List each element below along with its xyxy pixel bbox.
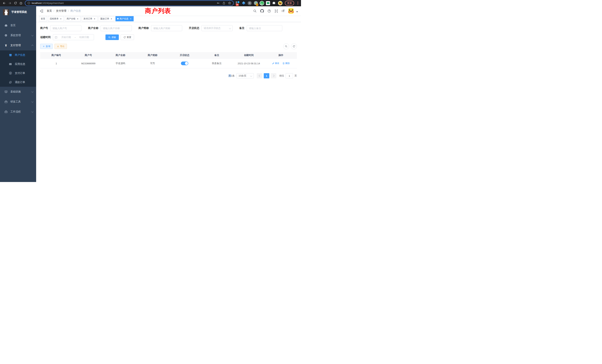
close-icon[interactable]: × — [110, 17, 113, 20]
search-icon[interactable] — [253, 9, 257, 13]
page-content: 商户号 商户全称 商户简称 开启状态 请选择开启状态 — [36, 22, 301, 182]
refresh-icon[interactable] — [291, 43, 297, 49]
search-button[interactable]: 搜索 — [106, 34, 119, 40]
font-size-icon[interactable]: TT — [281, 10, 285, 13]
status-toggle[interactable] — [181, 62, 188, 65]
close-icon[interactable]: × — [129, 17, 132, 20]
sidebar-logo[interactable]: 芋道管理系统 — [0, 6, 36, 18]
extensions-puzzle-icon[interactable] — [272, 1, 276, 5]
extension-chat-icon[interactable] — [266, 1, 270, 5]
field-label: 商户号 — [40, 26, 48, 30]
table-toolbar: 新增 导出 — [40, 43, 297, 49]
col-short-name: 商户简称 — [136, 52, 169, 59]
help-icon[interactable] — [268, 9, 271, 13]
browser-menu-icon[interactable] — [297, 2, 299, 4]
url-bar[interactable]: localhost:1024/pay/merchant — [25, 0, 234, 6]
pager: 1 — [257, 73, 276, 78]
tab-home[interactable]: 首页 — [39, 16, 47, 21]
prev-page-button[interactable] — [257, 73, 262, 78]
document-copy-icon — [9, 81, 12, 84]
merchant-no-input[interactable] — [50, 25, 81, 31]
tab-refund-order[interactable]: 退款订单 × — [99, 16, 114, 21]
close-icon[interactable]: × — [76, 17, 79, 20]
breadcrumb-home[interactable]: 首页 — [47, 9, 52, 13]
extension-y-icon[interactable]: y — [260, 1, 264, 5]
sidebar-item-label: 首页 — [10, 24, 16, 27]
date-range-picker[interactable]: 开始日期 - 结束日期 — [53, 34, 94, 40]
extension-gem-icon[interactable] — [241, 1, 246, 5]
tab-merchant-info[interactable]: 商户信息 × — [116, 16, 134, 21]
table-header-row: 商户编号 商户号 商户全称 商户简称 开启状态 备注 创建时间 操作 — [40, 52, 297, 59]
github-icon[interactable] — [260, 9, 264, 13]
export-button[interactable]: 导出 — [54, 44, 67, 49]
cell-short-name: 芋艿 — [136, 59, 169, 68]
sidebar-item-label: 退款订单 — [15, 81, 25, 84]
chevron-up-icon — [31, 45, 33, 47]
extension-command-icon[interactable]: ⌘ — [247, 1, 252, 5]
sidebar-item-home[interactable]: 首页 — [0, 20, 36, 30]
field-label: 商户简称 — [139, 26, 149, 30]
chevron-down-icon — [250, 75, 252, 77]
status-select[interactable]: 请选择开启状态 — [202, 25, 233, 31]
delete-button[interactable]: 删除 — [282, 62, 290, 65]
page-number-1[interactable]: 1 — [264, 73, 269, 78]
sidebar-item-merchant-info[interactable]: 商户信息 — [0, 50, 36, 60]
breadcrumb-payment[interactable]: 支付管理 — [56, 9, 66, 13]
remark-input[interactable] — [247, 25, 282, 31]
sidebar-item-app-info[interactable]: 应用信息 — [0, 60, 36, 69]
monitor-icon — [4, 90, 8, 93]
tab-label: 退款订单 — [100, 17, 109, 20]
avatar[interactable] — [288, 8, 294, 14]
tab-label: 用户分组 — [66, 17, 75, 20]
sidebar-item-label: 工作流程 — [10, 110, 21, 113]
reload-icon[interactable] — [13, 1, 18, 6]
sidebar-item-label: 应用信息 — [15, 63, 25, 66]
sidebar-item-dev-tools[interactable]: 研发工具 — [0, 97, 36, 107]
bookmark-star-icon[interactable] — [228, 1, 231, 5]
merchant-name-input[interactable] — [101, 25, 132, 31]
next-page-button[interactable] — [271, 73, 276, 78]
close-icon[interactable]: × — [60, 17, 62, 20]
page-size-select[interactable]: 10条/页 — [236, 73, 254, 78]
sidebar-item-refund-order[interactable]: 退款订单 — [0, 78, 36, 87]
sidebar-item-payment[interactable]: ¥ 支付管理 — [0, 40, 36, 50]
close-icon[interactable]: × — [93, 17, 96, 20]
site-info-icon[interactable] — [27, 2, 30, 4]
filter-remark: 备注 — [239, 25, 282, 31]
extensions-row: 10 ⌘ 1 y 更新 — [235, 1, 299, 6]
reset-button[interactable]: 重置 — [121, 34, 134, 40]
share-icon[interactable] — [222, 2, 225, 5]
grid-icon — [9, 63, 12, 66]
add-button[interactable]: 新增 — [40, 44, 53, 49]
sidebar-item-label: 支付管理 — [10, 44, 21, 47]
sidebar-item-pay-order[interactable]: 支付订单 — [0, 69, 36, 78]
fullscreen-icon[interactable] — [275, 9, 278, 13]
edit-button[interactable]: 修改 — [272, 62, 279, 65]
tab-pay-order[interactable]: 支付订单 × — [82, 16, 97, 21]
home-icon[interactable] — [19, 1, 23, 6]
active-dot — [117, 18, 119, 20]
sidebar-item-system[interactable]: 系统管理 — [0, 30, 36, 40]
extension-blob-icon[interactable]: 1 — [254, 1, 258, 5]
hide-search-icon[interactable] — [283, 43, 289, 49]
field-label: 创建时间 — [40, 36, 51, 39]
sidebar-item-infrastructure[interactable]: 基础设施 — [0, 87, 36, 97]
briefcase-icon — [4, 110, 8, 113]
sidebar-item-label: 商户信息 — [15, 53, 25, 57]
browser-update-button[interactable]: 更新 — [285, 1, 294, 6]
password-key-icon[interactable] — [217, 1, 220, 5]
tab-user-group[interactable]: 用户分组 × — [65, 16, 81, 21]
goto-page-input[interactable] — [286, 73, 293, 78]
extension-grid-icon[interactable]: 10 — [235, 1, 240, 5]
sidebar-item-workflow[interactable]: 工作流程 — [0, 107, 36, 117]
extension-smiley-icon[interactable] — [278, 1, 282, 5]
page-annotation: 商户列表 — [145, 6, 171, 16]
sidebar-collapse-icon[interactable] — [39, 9, 44, 13]
user-dropdown-caret-icon[interactable] — [296, 11, 298, 12]
merchant-short-input[interactable] — [151, 25, 182, 31]
tab-process-form[interactable]: 流程表单 × — [48, 16, 64, 21]
forward-icon[interactable] — [7, 1, 12, 6]
filter-merchant-name: 商户全称 — [88, 25, 132, 31]
cell-full-name: 芋道源码 — [104, 59, 136, 68]
back-icon[interactable] — [2, 1, 7, 6]
